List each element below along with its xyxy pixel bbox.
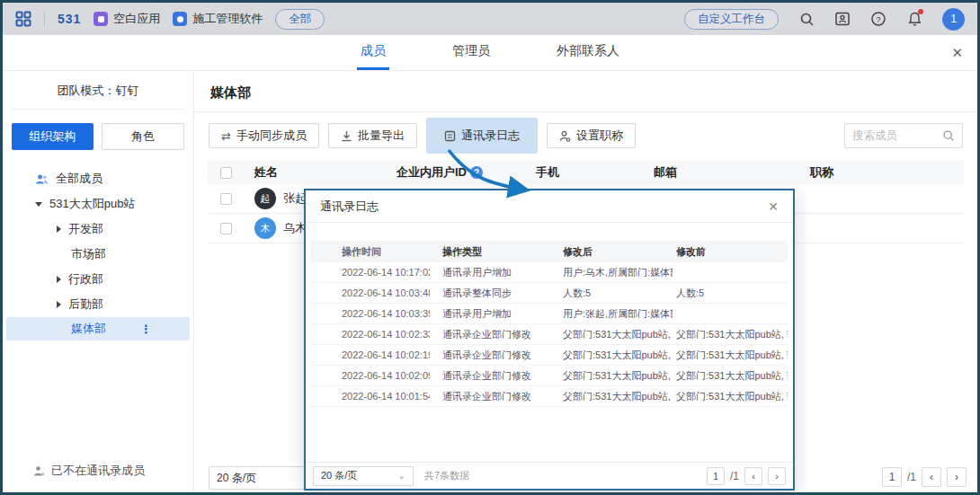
search-icon[interactable] [798, 11, 815, 27]
page-size-select[interactable]: 20 条/页 ⌄ [313, 466, 414, 486]
customize-workbench-button[interactable]: 自定义工作台 [684, 9, 779, 30]
chevron-right-icon[interactable] [57, 301, 61, 308]
button-label: 手动同步成员 [236, 128, 307, 144]
page-title: 媒体部 [194, 71, 977, 111]
log-cell: 通讯录整体同步 [430, 287, 556, 300]
prev-page-button[interactable]: ‹ [744, 467, 762, 485]
contacts-icon[interactable] [834, 11, 851, 27]
all-apps-button[interactable]: 全部 [275, 9, 325, 30]
col-name: 姓名 [254, 164, 278, 181]
chevron-down-icon[interactable] [35, 202, 42, 207]
current-page[interactable]: 1 [707, 467, 725, 485]
divider [12, 109, 184, 110]
tree-item-label: 媒体部 [71, 321, 106, 337]
members-icon [35, 173, 49, 185]
blank-app-icon [94, 12, 108, 26]
close-icon[interactable]: ✕ [951, 45, 963, 61]
avatar: 木 [254, 217, 276, 239]
help-badge-icon[interactable]: ? [470, 166, 483, 179]
total-pages: /1 [907, 471, 916, 483]
contact-log-button[interactable]: 通讯录日志 [432, 123, 532, 148]
app-chip-construction-app[interactable]: 施工管理软件 [173, 11, 263, 27]
prev-page-button[interactable]: ‹ [922, 467, 941, 487]
chevron-down-icon: ⌄ [398, 471, 405, 481]
next-page-button[interactable]: › [768, 467, 786, 485]
notification-dot [918, 9, 923, 14]
batch-export-button[interactable]: 批量导出 [328, 123, 417, 148]
tree-item-logistics-dept[interactable]: 后勤部 [3, 292, 193, 317]
tree-item-label: 行政部 [68, 271, 103, 287]
log-cell: 2022-06-14 10:02:09 [311, 370, 430, 381]
chevron-right-icon[interactable] [57, 225, 61, 233]
tree-item-label: 开发部 [68, 221, 103, 237]
org-tree: 全部成员 531大太阳pub站 开发部 市场部 行政部 [3, 166, 193, 340]
total-count: 共7条数据 [424, 469, 469, 482]
current-page[interactable]: 1 [882, 467, 902, 487]
download-icon [341, 130, 352, 142]
user-avatar[interactable]: 1 [942, 8, 965, 31]
roles-button[interactable]: 角色 [102, 123, 185, 150]
tab-admins[interactable]: 管理员 [449, 35, 494, 70]
app-chip-label: 施工管理软件 [192, 11, 263, 27]
pagination: 1 /1 ‹ › [707, 467, 786, 485]
log-row: 2022-06-14 10:02:09 通讯录企业部门修改 父部门:531大太阳… [311, 366, 788, 386]
log-table: 操作时间 操作类型 修改后 修改前 2022-06-14 10:17:02 通讯… [311, 241, 788, 407]
tree-item-company[interactable]: 531大太阳pub站 [3, 191, 193, 217]
app-chip-label: 空白应用 [113, 11, 160, 27]
person-gear-icon [559, 130, 571, 142]
col-before: 修改前 [673, 245, 788, 259]
tree-item-all-members[interactable]: 全部成员 [3, 166, 193, 191]
org-structure-button[interactable]: 组织架构 [12, 123, 94, 150]
tab-members[interactable]: 成员 [357, 35, 389, 70]
tree-item-market-dept[interactable]: 市场部 [3, 242, 193, 267]
log-cell: 2022-06-14 10:03:48 [311, 287, 430, 298]
log-cell: 2022-06-14 10:01:54 [311, 391, 430, 402]
manual-sync-button[interactable]: ⇄ 手动同步成员 [209, 123, 319, 148]
log-cell: 父部门:531大太阳pub站, 部门:1 [673, 390, 788, 403]
sidebar: 团队模式：钉钉 组织架构 角色 全部成员 531大太阳pub站 [3, 71, 194, 491]
tree-item-admin-dept[interactable]: 行政部 [3, 267, 193, 292]
chevron-right-icon[interactable] [57, 276, 61, 283]
log-cell: 父部门:531大太阳pub站, 部门:... [673, 349, 788, 362]
app-grid-icon[interactable] [15, 11, 31, 27]
select-all-checkbox[interactable] [220, 167, 232, 179]
search-icon[interactable] [942, 129, 955, 142]
button-label: 批量导出 [358, 128, 405, 144]
person-icon [33, 465, 45, 477]
tab-external-contacts[interactable]: 外部联系人 [553, 35, 623, 70]
log-cell: 2022-06-14 10:03:39 [311, 308, 430, 319]
pagination: 1 /1 ‹ › [882, 467, 967, 487]
log-cell: 父部门:531大太阳pub站, 部门:... [556, 369, 673, 383]
log-row: 2022-06-14 10:02:33 通讯录企业部门修改 父部门:531大太阳… [311, 324, 788, 345]
log-cell: 2022-06-14 10:02:19 [311, 349, 430, 360]
col-op-time: 操作时间 [311, 245, 430, 259]
row-checkbox[interactable] [220, 223, 232, 234]
workspace-name[interactable]: 531 [58, 12, 81, 26]
next-page-button[interactable]: › [947, 467, 967, 487]
more-menu-icon[interactable]: ⋮ [140, 323, 152, 336]
log-cell: 通讯录企业部门修改 [430, 349, 556, 362]
dialog-title: 通讯录日志 [320, 199, 379, 215]
help-icon[interactable]: ? [870, 11, 886, 27]
tree-item-media-dept[interactable]: 媒体部 ⋮ [6, 317, 190, 340]
page-size-value: 20 条/页 [321, 469, 357, 482]
tree-item-dev-dept[interactable]: 开发部 [3, 217, 193, 242]
row-checkbox[interactable] [220, 193, 232, 205]
bell-icon[interactable] [906, 11, 922, 27]
members-table-header: 姓名 企业内用户ID ? 手机 邮箱 职称 [208, 161, 964, 184]
log-row: 2022-06-14 10:17:02 通讯录用户增加 用户:乌木,所属部门:媒… [311, 262, 788, 283]
log-cell: 通讯录用户增加 [430, 266, 556, 279]
app-chip-blank-app[interactable]: 空白应用 [94, 11, 160, 27]
top-bar: 531 空白应用 施工管理软件 全部 自定义工作台 ? [3, 3, 977, 35]
log-cell: 用户:乌木,所属部门:媒体部 [556, 266, 673, 279]
set-title-button[interactable]: 设置职称 [547, 123, 636, 148]
search-input[interactable] [852, 129, 942, 142]
removed-members-entry[interactable]: 已不在通讯录成员 [33, 463, 145, 479]
log-cell: 通讯录企业部门修改 [430, 390, 556, 403]
page-size-select[interactable]: 20 条/页 ⌄ [209, 466, 318, 490]
close-icon[interactable]: ✕ [768, 199, 779, 214]
log-cell: 2022-06-14 10:02:33 [311, 329, 430, 340]
construction-app-icon [173, 12, 187, 26]
dialog-header: 通讯录日志 ✕ [306, 190, 793, 223]
tree-item-label: 531大太阳pub站 [49, 196, 135, 212]
